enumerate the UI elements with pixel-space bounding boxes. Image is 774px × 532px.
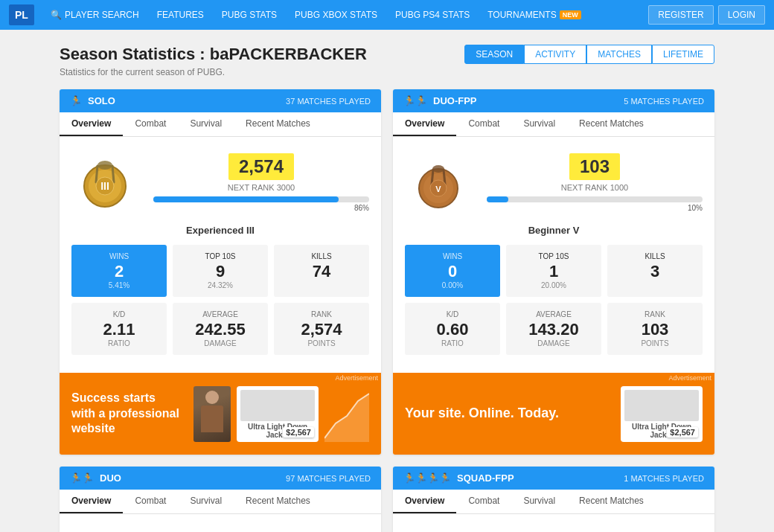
page-title: Season Statistics : baPACKERBACKER bbox=[60, 45, 367, 64]
login-button[interactable]: LOGIN bbox=[718, 5, 765, 25]
duo-fpp-rank-bar bbox=[487, 196, 703, 202]
nav-item-features[interactable]: FEATURES bbox=[150, 5, 211, 25]
solo-rank-name: Experienced III bbox=[71, 225, 369, 236]
solo-ad-screen bbox=[240, 390, 315, 421]
nav-item-pubg-xbox-stats[interactable]: PUBG XBOX STATS bbox=[287, 5, 385, 25]
navbar-right: REGISTER LOGIN bbox=[648, 5, 765, 25]
squad-fpp-icon: 🏃🏃🏃🏃 bbox=[403, 472, 451, 484]
solo-tab-recent-matches[interactable]: Recent Matches bbox=[234, 112, 322, 136]
solo-rank-bar-pct: 86% bbox=[153, 204, 369, 212]
solo-tab-overview[interactable]: Overview bbox=[60, 112, 123, 136]
solo-top10s-cell: TOP 10S 9 24.32% bbox=[173, 245, 268, 297]
solo-wins-label: WINS bbox=[80, 252, 158, 260]
solo-ad-visual: Ultra Light Down Jacket $2,567 bbox=[194, 386, 369, 442]
duo-fpp-ad-visual: Ultra Light Down Jacket $2,567 bbox=[621, 386, 703, 442]
duo-fpp-tab-survival[interactable]: Survival bbox=[511, 112, 567, 136]
section-duo: 🏃🏃 DUO 97 MATCHES PLAYED Overview Combat… bbox=[60, 467, 381, 532]
solo-matches-played: 37 MATCHES PLAYED bbox=[286, 97, 371, 106]
squad-fpp-matches-played: 1 MATCHES PLAYED bbox=[624, 474, 704, 483]
squad-fpp-rank-icon: I bbox=[405, 526, 472, 532]
duo-fpp-wins-label: WINS bbox=[414, 252, 491, 260]
duo-tab-recent-matches[interactable]: Recent Matches bbox=[234, 490, 322, 513]
duo-fpp-next-rank: NEXT RANK 1000 bbox=[487, 183, 703, 192]
solo-ad-chart bbox=[324, 386, 369, 442]
solo-stats-body: III 2,574 NEXT RANK 3000 86% Experienced… bbox=[60, 137, 381, 373]
duo-fpp-top10s-pct: 20.00% bbox=[515, 281, 592, 289]
duo-fpp-ad-text: Your site. Online. Today. bbox=[405, 405, 609, 422]
solo-wins-pct: 5.41% bbox=[80, 281, 158, 289]
duo-fpp-stats-body: V 103 NEXT RANK 1000 10% Beginner V bbox=[393, 137, 714, 373]
solo-kills-value: 74 bbox=[283, 262, 360, 281]
nav-item-pubg-stats[interactable]: PUBG STATS bbox=[214, 5, 284, 25]
squad-fpp-tab-survival[interactable]: Survival bbox=[511, 490, 567, 513]
nav-item-tournaments[interactable]: TOURNAMENTS NEW bbox=[480, 5, 588, 25]
squad-fpp-tab-recent-matches[interactable]: Recent Matches bbox=[567, 490, 656, 513]
svg-point-2 bbox=[97, 161, 112, 170]
svg-text:III: III bbox=[100, 180, 109, 192]
duo-tab-survival[interactable]: Survival bbox=[178, 490, 234, 513]
navbar: PL 🔍 PLAYER SEARCH FEATURES PUBG STATS P… bbox=[0, 0, 774, 30]
tab-matches[interactable]: MATCHES bbox=[586, 45, 652, 64]
solo-icon: 🏃 bbox=[70, 95, 82, 106]
section-squad-fpp: 🏃🏃🏃🏃 SQUAD-FPP 1 MATCHES PLAYED Overview… bbox=[393, 467, 714, 532]
duo-fpp-tab-overview[interactable]: Overview bbox=[393, 112, 456, 136]
duo-fpp-rank-label: RANK bbox=[616, 310, 694, 318]
duo-fpp-damage-value: 143.20 bbox=[515, 320, 592, 339]
tab-season[interactable]: SEASON bbox=[464, 45, 524, 64]
section-solo: 🏃 SOLO 37 MATCHES PLAYED Overview Combat… bbox=[60, 89, 381, 455]
duo-fpp-stats-row1: WINS 0 0.00% TOP 10S 1 20.00% KILLS 3 bbox=[405, 245, 703, 297]
solo-kd-value: 2.11 bbox=[80, 320, 158, 339]
nav-item-player-search[interactable]: 🔍 PLAYER SEARCH bbox=[43, 5, 147, 25]
duo-fpp-ad-label: Advertisement bbox=[668, 374, 711, 382]
duo-rank-icon: IV bbox=[71, 526, 138, 532]
new-badge: NEW bbox=[560, 10, 581, 19]
nav-item-pubg-ps4-stats[interactable]: PUBG PS4 STATS bbox=[388, 5, 477, 25]
duo-fpp-kd-cell: K/D 0.60 RATIO bbox=[405, 303, 500, 355]
solo-damage-label: DAMAGE bbox=[182, 339, 259, 347]
svg-line-3 bbox=[96, 166, 97, 182]
duo-fpp-rank-row: V 103 NEXT RANK 1000 10% bbox=[405, 149, 703, 216]
duo-fpp-ad-banner: Advertisement Your site. Online. Today. … bbox=[393, 373, 714, 455]
solo-stats-row2: K/D 2.11 RATIO AVERAGE 242.55 DAMAGE RAN… bbox=[71, 303, 369, 355]
squad-fpp-tab-overview[interactable]: Overview bbox=[393, 490, 456, 513]
solo-rank-row: III 2,574 NEXT RANK 3000 86% bbox=[71, 149, 369, 216]
duo-fpp-kd-ratio-label: RATIO bbox=[414, 339, 491, 347]
squad-fpp-tab-combat[interactable]: Combat bbox=[456, 490, 511, 513]
duo-fpp-rank-info: 103 NEXT RANK 1000 10% bbox=[487, 153, 703, 212]
duo-fpp-kills-label: KILLS bbox=[616, 252, 694, 260]
duo-fpp-matches-played: 5 MATCHES PLAYED bbox=[624, 97, 704, 106]
sections-grid: 🏃 SOLO 37 MATCHES PLAYED Overview Combat… bbox=[60, 89, 714, 532]
solo-avg-label: AVERAGE bbox=[182, 310, 259, 318]
main-content: Season Statistics : baPACKERBACKER Stati… bbox=[0, 30, 774, 532]
section-header-duo-left: 🏃🏃 DUO bbox=[70, 472, 121, 484]
duo-fpp-tab-combat[interactable]: Combat bbox=[456, 112, 511, 136]
section-header-duo-fpp-left: 🏃🏃 DUO-FPP bbox=[403, 95, 477, 106]
tab-activity[interactable]: ACTIVITY bbox=[524, 45, 586, 64]
section-duo-fpp: 🏃🏃 DUO-FPP 5 MATCHES PLAYED Overview Com… bbox=[393, 89, 714, 455]
solo-top10s-pct: 24.32% bbox=[182, 281, 259, 289]
duo-rank-row: IV 3,283 NEXT RANK 4000 bbox=[71, 526, 369, 532]
duo-tab-overview[interactable]: Overview bbox=[60, 490, 123, 513]
duo-fpp-stats-row2: K/D 0.60 RATIO AVERAGE 143.20 DAMAGE RAN… bbox=[405, 303, 703, 355]
logo[interactable]: PL bbox=[9, 4, 34, 25]
solo-next-rank: NEXT RANK 3000 bbox=[153, 183, 369, 192]
duo-tab-combat[interactable]: Combat bbox=[123, 490, 178, 513]
solo-title: SOLO bbox=[88, 95, 115, 106]
solo-tab-combat[interactable]: Combat bbox=[123, 112, 178, 136]
duo-fpp-kills-cell: KILLS 3 bbox=[607, 245, 703, 297]
solo-ad-price: $2,567 bbox=[283, 427, 314, 438]
duo-fpp-tab-recent-matches[interactable]: Recent Matches bbox=[567, 112, 656, 136]
solo-damage-value: 242.55 bbox=[182, 320, 259, 339]
solo-inner-tabs: Overview Combat Survival Recent Matches bbox=[60, 112, 381, 137]
duo-fpp-damage-label: DAMAGE bbox=[515, 339, 592, 347]
solo-ad-content: Success starts with a professional websi… bbox=[60, 380, 381, 448]
tab-lifetime[interactable]: LIFETIME bbox=[652, 45, 714, 64]
duo-fpp-ad-screen bbox=[624, 390, 699, 421]
solo-tab-survival[interactable]: Survival bbox=[178, 112, 234, 136]
duo-fpp-rank-bar-fill bbox=[487, 196, 508, 202]
duo-fpp-rank-name: Beginner V bbox=[405, 225, 703, 236]
solo-rank-icon: III bbox=[71, 149, 138, 216]
duo-fpp-wins-cell: WINS 0 0.00% bbox=[405, 245, 500, 297]
register-button[interactable]: REGISTER bbox=[648, 5, 713, 25]
duo-fpp-top10s-label: TOP 10S bbox=[515, 252, 592, 260]
